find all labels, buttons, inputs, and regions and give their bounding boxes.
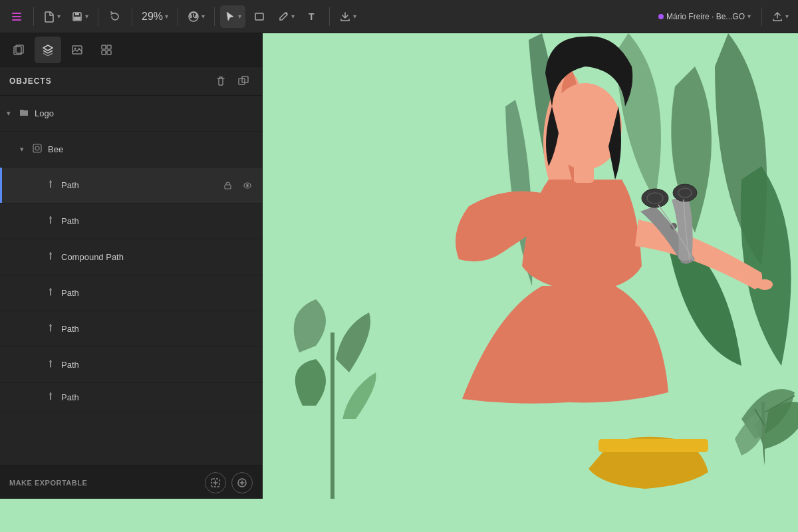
undo-button[interactable] [104,5,126,28]
bottom-bar: MAKE EXPORTABLE [0,466,262,499]
path1-lock-btn[interactable] [219,178,235,194]
tree-item-path1[interactable]: ▾ Path [0,168,262,203]
group-icon [32,144,43,155]
pen-button[interactable]: ▾ [273,5,299,28]
svg-point-53 [642,189,668,207]
svg-point-54 [673,184,697,201]
images-tab[interactable] [64,37,90,63]
svg-point-27 [50,180,51,182]
pen-icon-path2 [45,215,56,227]
app-menu-button[interactable] [5,5,28,28]
objects-header: OBJECTS [0,66,262,96]
path1-label: Path [61,180,219,190]
svg-rect-5 [74,17,80,20]
svg-point-12 [74,47,76,49]
svg-rect-14 [107,45,111,49]
divider2 [98,7,98,26]
export-add-button[interactable] [205,472,226,493]
copy-tab[interactable] [5,37,32,63]
cursor-button[interactable]: ▾ [220,5,245,28]
share-button[interactable]: ▾ [767,5,793,28]
zoom-value: 29% [142,11,163,23]
pen-icon-compound [45,251,56,263]
illustration-svg [263,33,798,499]
path3-label: Path [61,288,255,298]
svg-point-50 [757,279,773,290]
divider3 [132,7,132,26]
svg-point-35 [50,252,51,253]
objects-title: OBJECTS [9,76,52,86]
bottom-actions [205,472,253,493]
zoom-button[interactable]: 29% ▾ [138,5,172,28]
magnet-chevron: ▾ [201,13,205,20]
pen-icon-path4 [45,323,56,334]
svg-rect-16 [107,51,111,55]
tree-item-compound[interactable]: ▾ Compound Path [0,239,262,275]
divider [33,7,34,26]
svg-point-39 [50,288,51,289]
tree-item-bee[interactable]: ▾ Bee [0,132,262,168]
compound-label: Compound Path [61,252,255,262]
path6-label: Path [61,392,255,402]
top-toolbar: ▾ ▾ 29% ▾ ▾ ▾ [0,0,798,33]
svg-rect-49 [598,439,708,452]
pen-chevron: ▾ [291,13,295,20]
delete-button[interactable] [211,72,230,90]
layers-tab[interactable] [35,37,61,63]
path4-label: Path [61,324,255,334]
tree-item-path3[interactable]: ▾ Path [0,275,262,311]
svg-rect-1 [12,16,21,17]
add-button[interactable] [231,472,253,493]
svg-rect-6 [255,13,263,20]
toolbar-right: Mário Freire · Be...GO ▾ ▾ [653,5,793,28]
components-tab[interactable] [93,37,120,63]
file-button[interactable]: ▾ [39,5,65,28]
export-button[interactable]: ▾ [335,5,360,28]
svg-point-30 [246,184,249,187]
tree-item-path4[interactable]: ▾ Path [0,311,262,347]
bee-label: Bee [48,144,255,154]
path2-label: Path [61,216,255,226]
tree-item-path2[interactable]: ▾ Path [0,203,262,239]
path1-eye-btn[interactable] [239,178,255,194]
divider5 [214,7,215,26]
header-actions [211,72,253,90]
user-chevron: ▾ [747,13,751,20]
zoom-chevron: ▾ [165,13,168,20]
divider6 [329,7,330,26]
panel-tabs [0,33,262,66]
share-chevron: ▾ [785,13,789,20]
text-button[interactable]: T [301,5,324,28]
main-content: OBJECTS ▾ [0,33,798,499]
svg-point-40 [50,324,51,325]
svg-rect-15 [102,51,106,55]
folder-icon [19,108,29,119]
logo-label: Logo [35,108,255,118]
tree-item-path6[interactable]: ▾ Path [0,383,262,412]
rect-button[interactable] [248,5,271,28]
make-exportable-label: MAKE EXPORTABLE [9,479,87,487]
file-chevron: ▾ [57,13,61,20]
svg-rect-13 [102,45,106,49]
canvas-area[interactable] [263,33,798,499]
svg-point-31 [50,216,51,217]
svg-point-41 [50,360,51,361]
svg-text:T: T [309,11,315,22]
svg-rect-2 [12,19,21,21]
cursor-chevron: ▾ [238,13,241,20]
tree-item-path5[interactable]: ▾ Path [0,347,262,383]
divider4 [178,7,178,26]
export-chevron: ▾ [353,13,356,20]
save-chevron: ▾ [85,13,88,20]
expand-arrow-bee: ▾ [20,145,29,154]
pen-icon-path6 [45,392,56,403]
svg-point-23 [35,146,39,150]
tree-container: ▾ Logo [0,96,262,466]
save-button[interactable]: ▾ [67,5,92,28]
user-button[interactable]: Mário Freire · Be...GO ▾ [653,5,756,28]
flatten-button[interactable] [234,72,253,90]
pen-icon-path3 [45,287,56,299]
svg-rect-22 [33,144,41,152]
magnet-button[interactable]: ▾ [184,5,209,28]
tree-item-logo[interactable]: ▾ Logo [0,96,262,132]
